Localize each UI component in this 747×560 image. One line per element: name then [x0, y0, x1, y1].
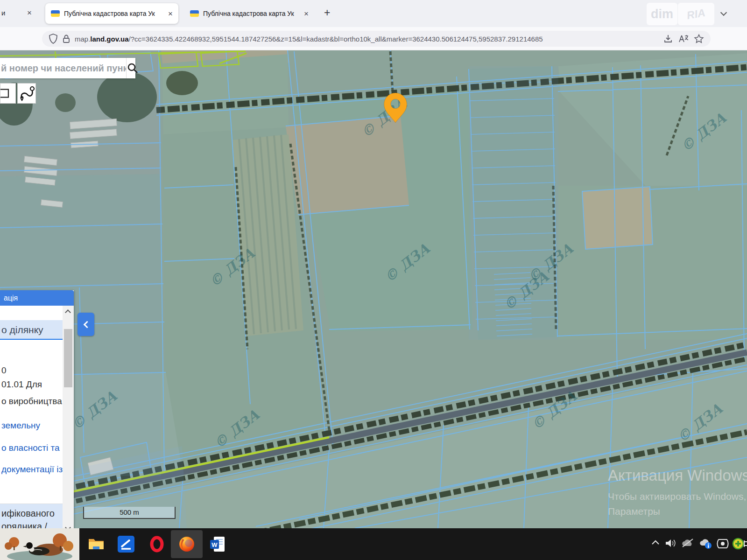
url-text[interactable]: map.land.gov.ua/?cc=3624335.422468932,59… — [75, 35, 658, 43]
tab-close-icon[interactable]: × — [168, 10, 173, 18]
volume-icon[interactable] — [665, 538, 678, 549]
search-icon — [127, 62, 139, 74]
scroll-up-icon[interactable] — [65, 309, 71, 315]
translate-icon[interactable] — [678, 34, 689, 44]
search-input[interactable] — [0, 58, 126, 78]
measure-distance-icon — [18, 85, 35, 102]
tray-expand-chevron-icon[interactable] — [651, 538, 660, 549]
word-button[interactable]: W — [208, 535, 227, 553]
opera-button[interactable] — [148, 535, 166, 553]
widgets-weather-art — [0, 528, 79, 560]
parcel-info-panel: ація о ділянку 0 01.01 Для о виробництва… — [0, 290, 74, 528]
list-all-tabs-chevron-icon[interactable] — [720, 9, 727, 16]
dim-watermark-badge: dim — [647, 3, 677, 25]
parcel-purpose-text: о виробництва — [1, 396, 62, 406]
map-scale-bar: 500 m — [83, 507, 176, 519]
tab-cadastral-map-inactive[interactable]: Публічна кадастрова карта Ук × — [184, 3, 314, 24]
chevron-left-icon — [83, 321, 91, 328]
executor-line: ифікованого — [1, 507, 63, 520]
parcel-purpose-code-text: 01.01 Для — [1, 379, 42, 390]
tab-close-icon[interactable]: × — [304, 10, 309, 18]
tab-cadastral-map-active[interactable]: Публічна кадастрова карта Ук × — [45, 3, 178, 24]
map-search-box — [0, 58, 135, 78]
cloud-info-icon[interactable] — [698, 538, 713, 550]
scan-app-icon — [118, 536, 134, 553]
ukraine-flag-favicon — [51, 10, 60, 17]
cast-device-icon[interactable] — [716, 538, 729, 550]
activation-line: Чтобы активировать Windows, перейдите — [608, 491, 747, 502]
activation-line: Параметры — [608, 506, 747, 517]
executor-block[interactable]: ифікованого орядника / ИКОНАВЕЦЬ — [0, 504, 63, 528]
scrollbar-thumb[interactable] — [64, 329, 72, 387]
ukraine-flag-favicon — [190, 10, 199, 17]
ownership-link[interactable]: о власності та — [1, 443, 59, 453]
downloads-icon[interactable] — [663, 34, 673, 44]
tab-title: Публічна кадастрова карта Ук — [64, 10, 164, 17]
overflow-tab-label[interactable]: и — [1, 9, 5, 17]
word-letter: W — [211, 541, 218, 548]
ria-watermark-badge: RIA — [678, 3, 714, 25]
firefox-icon — [178, 535, 196, 553]
executor-line: орядника / — [1, 520, 63, 528]
panel-header[interactable]: ація — [0, 290, 74, 306]
tab-title: Публічна кадастрова карта Ук — [203, 10, 300, 17]
map-marker-icon[interactable] — [382, 91, 409, 124]
parcel-number-text: 0 — [1, 365, 7, 376]
panel-body: о ділянку 0 01.01 Для о виробництва земе… — [0, 306, 63, 528]
lock-icon — [63, 34, 70, 43]
panel-tab-parcel-info[interactable]: о ділянку — [0, 320, 63, 340]
measure-area-icon — [0, 86, 15, 100]
file-explorer-button[interactable] — [87, 535, 106, 553]
shield-icon[interactable] — [49, 34, 58, 44]
firefox-button[interactable] — [177, 535, 196, 553]
windows-activation-watermark: Активация Windows Чтобы активировать Win… — [608, 467, 747, 517]
clipped-tray-icon[interactable] — [743, 538, 747, 550]
overflow-tab-close-icon[interactable]: × — [27, 9, 32, 17]
browser-tab-strip: и × Публічна кадастрова карта Ук × Публі… — [0, 0, 747, 27]
browser-navbar: map.land.gov.ua/?cc=3624335.422468932,59… — [0, 27, 747, 50]
widgets-button[interactable] — [0, 528, 79, 560]
desktop-screenshot: { "browser": { "overflow_tab_label": "и"… — [0, 0, 747, 560]
measure-area-tool-button[interactable] — [0, 83, 16, 104]
opera-icon — [149, 536, 165, 553]
search-button[interactable] — [126, 58, 139, 78]
panel-collapse-button[interactable] — [78, 313, 94, 336]
scroll-down-icon[interactable] — [65, 525, 71, 528]
panel-scrollbar[interactable] — [63, 306, 74, 528]
url-bar[interactable]: map.land.gov.ua/?cc=3624335.422468932,59… — [42, 31, 711, 47]
windows-taskbar: W — [0, 528, 747, 560]
measure-distance-tool-button[interactable] — [17, 83, 36, 104]
scale-label: 500 m — [120, 508, 139, 516]
file-explorer-icon — [88, 537, 104, 551]
new-tab-button[interactable]: + — [324, 7, 330, 19]
cadastral-map-viewport[interactable]: © ДЗА © ДЗА © ДЗА © ДЗА © ДЗА © ДЗА © ДЗ… — [0, 50, 747, 528]
onedrive-paused-cloud-icon[interactable] — [681, 538, 695, 549]
land-link[interactable]: земельну — [1, 420, 40, 431]
word-icon: W — [210, 536, 226, 553]
activation-title: Активация Windows — [608, 467, 747, 484]
documentation-link[interactable]: документації із — [1, 464, 63, 475]
bookmark-star-icon[interactable] — [694, 34, 704, 44]
scan-app-button[interactable] — [117, 535, 135, 553]
antivirus-status-icon[interactable] — [732, 538, 744, 550]
